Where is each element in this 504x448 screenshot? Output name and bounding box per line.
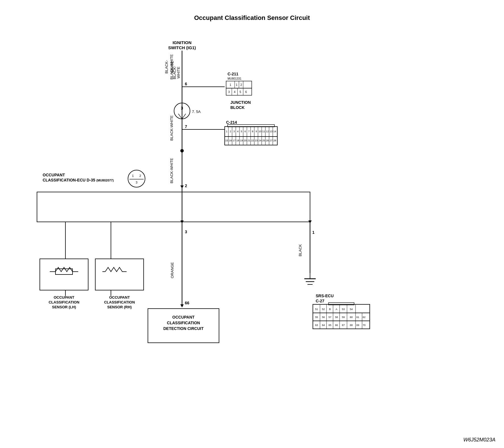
svg-text:67: 67 xyxy=(342,324,345,327)
svg-text:51: 51 xyxy=(315,308,318,311)
svg-text:27: 27 xyxy=(270,139,272,142)
svg-text:57: 57 xyxy=(329,316,331,319)
svg-text:6: 6 xyxy=(245,90,247,94)
svg-text:1: 1 xyxy=(312,230,315,235)
svg-rect-134 xyxy=(313,313,370,321)
svg-rect-181 xyxy=(55,269,73,274)
svg-text:5: 5 xyxy=(241,130,242,133)
svg-text:WHITE: WHITE xyxy=(176,67,181,79)
svg-text:C-214: C-214 xyxy=(226,120,237,125)
svg-text:69: 69 xyxy=(356,324,359,327)
svg-text:C-27: C-27 xyxy=(316,299,325,303)
svg-text:62: 62 xyxy=(363,316,365,319)
svg-text:20: 20 xyxy=(244,139,247,142)
svg-text:58: 58 xyxy=(335,316,338,319)
svg-text:18: 18 xyxy=(236,139,239,142)
svg-rect-186 xyxy=(95,259,144,290)
svg-text:1: 1 xyxy=(226,130,227,133)
svg-text:66: 66 xyxy=(335,324,338,327)
svg-text:JUNCTION: JUNCTION xyxy=(230,100,251,105)
svg-text:11: 11 xyxy=(262,130,265,133)
svg-text:16: 16 xyxy=(229,139,232,142)
svg-text:53: 53 xyxy=(342,308,345,311)
svg-text:54: 54 xyxy=(350,308,353,311)
svg-rect-119 xyxy=(148,309,219,343)
svg-text:4: 4 xyxy=(237,130,238,133)
svg-rect-133 xyxy=(313,304,370,313)
svg-text:SENSOR (RH): SENSOR (RH) xyxy=(107,305,132,309)
svg-text:IGNITION: IGNITION xyxy=(173,40,192,45)
svg-text:3: 3 xyxy=(181,106,183,110)
svg-text:1: 1 xyxy=(230,83,231,86)
svg-text:61: 61 xyxy=(356,316,359,319)
svg-point-102 xyxy=(128,170,145,187)
svg-text:60: 60 xyxy=(350,316,353,319)
svg-text:64: 64 xyxy=(322,324,325,327)
svg-text:12: 12 xyxy=(266,130,269,133)
svg-text:17: 17 xyxy=(233,139,236,142)
svg-text:70: 70 xyxy=(363,324,365,327)
svg-text:26: 26 xyxy=(266,139,269,142)
svg-rect-135 xyxy=(313,321,370,329)
svg-text:SWITCH (IG1): SWITCH (IG1) xyxy=(168,45,196,50)
svg-text:65: 65 xyxy=(329,324,331,327)
svg-text:1: 1 xyxy=(132,174,134,177)
svg-text:CLASSIFICATION: CLASSIFICATION xyxy=(104,300,135,304)
svg-text:10: 10 xyxy=(259,130,261,133)
svg-text:24: 24 xyxy=(259,139,261,142)
svg-text:DETECTION CIRCUIT: DETECTION CIRCUIT xyxy=(163,326,204,331)
svg-text:2: 2 xyxy=(185,183,187,188)
svg-text:25: 25 xyxy=(262,139,265,142)
svg-text:5: 5 xyxy=(239,90,241,94)
watermark: W6J52M023A xyxy=(463,437,495,443)
svg-text:9: 9 xyxy=(255,130,257,133)
svg-text:1: 1 xyxy=(236,83,237,86)
svg-text:3: 3 xyxy=(136,181,137,184)
svg-text:55: 55 xyxy=(315,316,318,319)
svg-text:2: 2 xyxy=(139,174,141,177)
svg-text:SENSOR (LH): SENSOR (LH) xyxy=(52,305,76,309)
svg-marker-118 xyxy=(180,304,184,307)
svg-text:7: 7 xyxy=(248,130,249,133)
svg-text:3: 3 xyxy=(233,130,235,133)
svg-rect-13 xyxy=(226,88,252,95)
svg-text:28: 28 xyxy=(273,139,276,142)
svg-text:52: 52 xyxy=(322,308,325,311)
svg-text:OCCUPANT: OCCUPANT xyxy=(43,173,65,177)
svg-text:2: 2 xyxy=(240,83,242,86)
svg-text:CLASSIFICATION-ECU D-35 (MU802: CLASSIFICATION-ECU D-35 (MU802077) xyxy=(43,178,114,182)
svg-text:59: 59 xyxy=(342,316,345,319)
svg-text:MU801331: MU801331 xyxy=(228,77,241,80)
svg-text:A: A xyxy=(336,308,337,311)
svg-text:63: 63 xyxy=(315,324,318,327)
svg-text:BLACK-WHITE: BLACK-WHITE xyxy=(170,54,174,79)
svg-text:OCCUPANT: OCCUPANT xyxy=(54,295,75,300)
svg-text:22: 22 xyxy=(251,139,254,142)
svg-text:CLASSIFICATION: CLASSIFICATION xyxy=(167,321,200,325)
svg-text:3: 3 xyxy=(185,230,187,234)
svg-text:BLACK-WHITE: BLACK-WHITE xyxy=(170,158,174,183)
svg-text:66: 66 xyxy=(185,301,189,305)
svg-text:B: B xyxy=(329,308,331,311)
svg-point-95 xyxy=(180,149,184,152)
svg-text:OCCUPANT: OCCUPANT xyxy=(109,295,130,300)
svg-text:8: 8 xyxy=(252,130,253,133)
svg-text:BLACK-: BLACK- xyxy=(164,60,169,74)
svg-text:2: 2 xyxy=(230,130,231,133)
svg-text:CLASSIFICATION: CLASSIFICATION xyxy=(49,300,79,304)
svg-text:C-211: C-211 xyxy=(228,72,238,76)
svg-text:68: 68 xyxy=(350,324,353,327)
svg-text:14: 14 xyxy=(273,130,276,133)
svg-text:6: 6 xyxy=(244,130,246,133)
svg-text:ORANGE: ORANGE xyxy=(170,262,174,278)
svg-text:23: 23 xyxy=(255,139,258,142)
svg-text:3: 3 xyxy=(228,90,230,94)
svg-text:15: 15 xyxy=(225,139,228,142)
svg-text:SRS-ECU: SRS-ECU xyxy=(316,294,334,298)
svg-text:BLACK: BLACK xyxy=(298,244,302,256)
svg-text:56: 56 xyxy=(322,316,325,319)
svg-text:21: 21 xyxy=(247,139,250,142)
svg-text:19: 19 xyxy=(240,139,243,142)
svg-text:4: 4 xyxy=(234,90,236,94)
svg-text:7: 7 xyxy=(185,124,187,129)
